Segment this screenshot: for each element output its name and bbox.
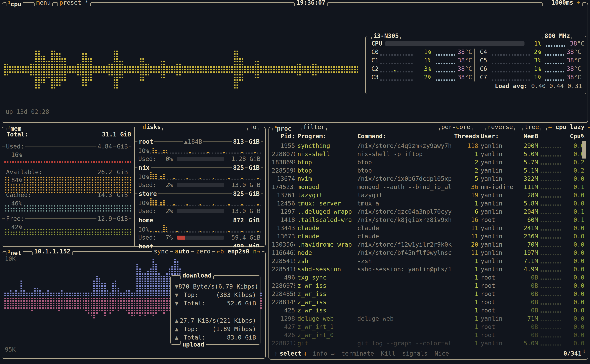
proc-scrollbar[interactable]	[582, 141, 586, 158]
process-row[interactable]: 2288070 nix-shell nix-shell -p iftop 1 y…	[269, 150, 582, 158]
uptime: up 13d 02:28	[6, 108, 49, 115]
core-usage-graph	[380, 63, 414, 64]
process-box: 4proc filter per-core reverse tree ← cpu…	[268, 127, 588, 360]
process-row[interactable]: 496 txg_sync 1 root 0B 0.0	[269, 273, 582, 281]
net-auto-button[interactable]: auto	[173, 247, 191, 255]
process-row[interactable]: 13674 nvim /nix/store/ix0b67dcdpl05xpagx…	[269, 175, 582, 183]
upload-stat-row: ▲Top:(1.89 Mibps)	[175, 325, 256, 332]
reverse-button[interactable]: reverse	[485, 123, 515, 131]
process-row[interactable]: 427 z_wr_int_1 1 root 0B 0.0	[269, 323, 582, 331]
select-label: select	[280, 349, 302, 358]
prev-interface-button[interactable]: ←b	[217, 248, 224, 255]
core-row: C6 1% 38°C	[474, 65, 583, 73]
core-usage-graph	[380, 54, 414, 56]
mem-used-divider: Used: 4.84 GiB	[2, 143, 131, 150]
refresh-plus-button[interactable]: +	[577, 0, 581, 6]
footer-signals-button[interactable]: signals	[402, 350, 428, 357]
process-row[interactable]: 2288212 git git log --graph --color=alwa…	[269, 339, 582, 347]
tree-button[interactable]: tree	[523, 123, 541, 131]
core-row: C2 3% 38°C	[366, 65, 474, 73]
process-row[interactable]: 1745237 mongod mongod --auth --bind_ip_a…	[269, 183, 582, 191]
core-temp-graph	[436, 54, 455, 56]
cpu-total-meter	[385, 41, 524, 46]
net-interface-switcher[interactable]: ←b enp2s0 n→	[215, 247, 262, 255]
footer-kill-button[interactable]: Kill	[381, 350, 395, 357]
core-usage-graph	[380, 79, 414, 81]
process-row[interactable]: 2288145 z_wr_iss 1 root 0B 0.0	[269, 298, 582, 306]
process-row[interactable]: 12456 tmux: server tmux a 1 yanlin 5.8M …	[269, 199, 582, 208]
mem-available-divider: Available: 26.2 GiB	[2, 169, 131, 175]
core-usage-graph	[380, 71, 414, 72]
proc-box-title[interactable]: 4proc	[273, 123, 293, 131]
refresh-minus-button[interactable]: -	[544, 0, 548, 6]
footer-nice-button[interactable]: Nice	[435, 350, 449, 357]
footer-terminate-button[interactable]: terminate	[342, 350, 374, 357]
next-interface-button[interactable]: n→	[253, 248, 260, 255]
disk-store-used-row: Used: 2% 13.0 GiB	[135, 207, 263, 215]
process-row[interactable]: 426 z_wr_int_0 1 root 0B 0.0	[269, 331, 582, 339]
net-zero-button[interactable]: zero	[194, 247, 212, 255]
process-row[interactable]: 2285418 sshd-session sshd-session: yanli…	[269, 265, 582, 273]
sort-selector[interactable]: ← cpu lazy →	[546, 123, 590, 131]
process-row[interactable]: 1955 syncthing /nix/store/c4q9zmkzy9awy7…	[269, 142, 582, 150]
process-row[interactable]: 2285590 btop btop 2 yanlin 5.1M 0.2	[269, 166, 582, 175]
filter-button[interactable]: filter	[301, 123, 327, 131]
net-sync-button[interactable]: sync	[152, 247, 170, 255]
process-row[interactable]: 2286979 z_wr_iss 1 root 0B 0.0	[269, 281, 582, 290]
disk-home-divider[interactable]: home872GiB	[135, 217, 263, 224]
mem-available-percent: 84%	[10, 176, 24, 184]
process-row[interactable]: 2285419 zsh -zsh 1 yanlin 7.1M 0.0	[269, 257, 582, 265]
core-temp-graph	[545, 54, 564, 56]
upload-stat-row: ▲Total:83.0 GiB	[175, 334, 256, 341]
disk-nix-divider[interactable]: nix825GiB	[135, 164, 263, 171]
net-ip-button[interactable]: 10.1.1.152	[32, 247, 73, 255]
core-temp-graph	[545, 63, 564, 64]
core-temp-graph	[545, 79, 564, 81]
core-row: C4 2% 38°C	[474, 48, 583, 56]
process-row[interactable]: 13761 lazygit lazygit 19 yanlin 28M 0.0	[269, 191, 582, 199]
select-down-icon[interactable]: ↓	[303, 349, 307, 358]
disk-home-used-bar	[177, 236, 224, 240]
process-row[interactable]: 1303564 .navidrome-wrap /nix/store/f12w1…	[269, 240, 582, 249]
process-row[interactable]: 1418 .tailscaled-wra /nix/store/k8jgiaxr…	[269, 216, 582, 224]
disk-store-divider[interactable]: store825GiB	[135, 190, 263, 197]
core-temp-graph	[436, 71, 455, 72]
process-row[interactable]: 1297 ..deluged-wrapp /nix/store/qzc04a3n…	[269, 208, 582, 216]
mem-cached-percent: 46%	[10, 200, 24, 207]
mem-used-graph	[4, 161, 131, 163]
cpu-box: 1cpu menu preset * 19:36:07 - 1000ms + u…	[2, 2, 588, 123]
core-row: C5 3% 38°C	[474, 56, 583, 65]
select-up-icon[interactable]: ↑	[274, 349, 278, 358]
proc-footer: ↑ select ↓ info ↵terminateKillsignalsNic…	[274, 349, 583, 358]
net-box-title[interactable]: 3net	[6, 247, 23, 255]
core-temp-graph	[436, 63, 455, 64]
upload-stat-row: ▲27.7 KiB/s(221 Kibps)	[175, 317, 256, 324]
process-row[interactable]: 13673 claude claude 11 yanlin 236M 0.0	[269, 232, 582, 240]
footer-info-button[interactable]: info ↵	[313, 350, 335, 357]
disk-root-used-row: Used: 0% 1.28 GiB	[135, 155, 263, 163]
core-row: C0 1% 38°C	[366, 48, 474, 56]
preset-button[interactable]: preset *	[57, 0, 91, 7]
process-row[interactable]: 425 z_wr_iss 1 root 0B 0.0	[269, 306, 582, 314]
process-row[interactable]: 2284856 z_wr_iss 1 root 0B 0.0	[269, 290, 582, 298]
process-row[interactable]: 1166461 node /nix/store/bf45nflf0wylnscw…	[269, 249, 582, 257]
sort-next-button[interactable]: →	[588, 124, 590, 130]
disk-store-used-bar	[177, 209, 224, 213]
disk-nix-used-bar	[177, 183, 224, 187]
download-stat-row: ▼Total:52.6 GiB	[175, 300, 256, 307]
cpu-info-box: i3-N305 800 MHz CPU 1% 38°C C0 1% 38°C C…	[365, 36, 586, 94]
cpu-temp-graph	[546, 45, 565, 47]
process-row[interactable]: 1838699 btop btop 2 yanlin 5.7M 0.2	[269, 158, 582, 166]
per-core-button[interactable]: per-core	[439, 123, 472, 131]
menu-button[interactable]: menu	[34, 0, 53, 7]
process-row[interactable]: 13443 claude claude 11 yanlin 241M 0.0	[269, 224, 582, 232]
process-row[interactable]: 1298 deluge-web deluge-web 1 yanlin 71M …	[269, 314, 582, 323]
refresh-rate-control[interactable]: - 1000ms +	[542, 0, 583, 7]
proc-header-row: Pid: Program: Command: Threads: User: Me…	[269, 132, 582, 140]
disk-home-io-row: IO%	[135, 224, 263, 233]
sort-prev-button[interactable]: ←	[548, 124, 552, 130]
disk-root-divider[interactable]: root▲184B813GiB	[135, 138, 263, 145]
btop-screen: 1cpu menu preset * 19:36:07 - 1000ms + u…	[0, 0, 590, 364]
cpu-box-title[interactable]: 1cpu	[6, 0, 23, 7]
disk-home-used-row: Used: 7% 59.4 GiB	[135, 234, 263, 242]
